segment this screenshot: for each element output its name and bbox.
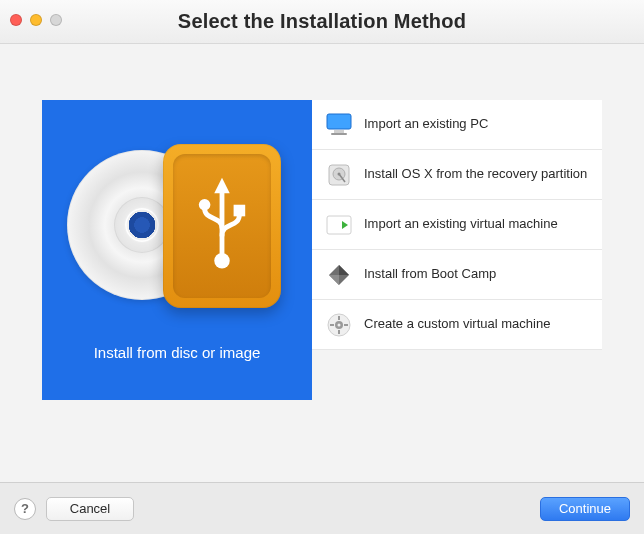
selected-method-label: Install from disc or image (94, 344, 261, 361)
import-arrow-icon (324, 210, 354, 240)
selected-method-hero[interactable]: Install from disc or image (42, 100, 312, 400)
options-filler (312, 350, 602, 400)
svg-marker-16 (329, 275, 339, 285)
svg-rect-6 (334, 130, 344, 133)
close-icon[interactable] (10, 14, 22, 26)
usb-drive-icon (163, 144, 281, 308)
svg-rect-20 (338, 330, 340, 334)
method-options-list: Import an existing PC Install OS X from … (312, 100, 602, 400)
titlebar: Select the Installation Method (0, 0, 644, 44)
option-recovery-partition[interactable]: Install OS X from the recovery partition (312, 150, 602, 200)
option-label: Install from Boot Camp (364, 266, 496, 282)
continue-button[interactable]: Continue (540, 497, 630, 521)
option-label: Create a custom virtual machine (364, 316, 550, 332)
svg-marker-15 (339, 265, 349, 275)
svg-rect-5 (327, 114, 351, 129)
zoom-icon (50, 14, 62, 26)
help-button[interactable]: ? (14, 498, 36, 520)
bootcamp-icon (324, 260, 354, 290)
svg-marker-2 (214, 178, 229, 193)
svg-rect-19 (338, 316, 340, 320)
svg-rect-22 (344, 324, 348, 326)
svg-rect-21 (330, 324, 334, 326)
svg-point-23 (338, 323, 341, 326)
svg-point-3 (199, 199, 211, 211)
option-label: Import an existing PC (364, 116, 488, 132)
install-method-panel: Install from disc or image Import an exi… (42, 100, 602, 400)
option-custom-vm[interactable]: Create a custom virtual machine (312, 300, 602, 350)
option-boot-camp[interactable]: Install from Boot Camp (312, 250, 602, 300)
option-import-vm[interactable]: Import an existing virtual machine (312, 200, 602, 250)
option-import-pc[interactable]: Import an existing PC (312, 100, 602, 150)
window-title: Select the Installation Method (0, 10, 644, 33)
cancel-button[interactable]: Cancel (46, 497, 134, 521)
pc-monitor-icon (324, 110, 354, 140)
disc-image-illustration (67, 130, 287, 320)
svg-rect-7 (331, 133, 347, 135)
content-area: Install from disc or image Import an exi… (0, 44, 644, 482)
gear-icon (324, 310, 354, 340)
minimize-icon[interactable] (30, 14, 42, 26)
svg-rect-4 (234, 205, 246, 217)
footer-bar: ? Cancel Continue (0, 482, 644, 534)
option-label: Install OS X from the recovery partition (364, 166, 587, 182)
hard-drive-icon (324, 160, 354, 190)
option-label: Import an existing virtual machine (364, 216, 558, 232)
svg-point-1 (214, 253, 229, 268)
window-controls (10, 14, 62, 26)
